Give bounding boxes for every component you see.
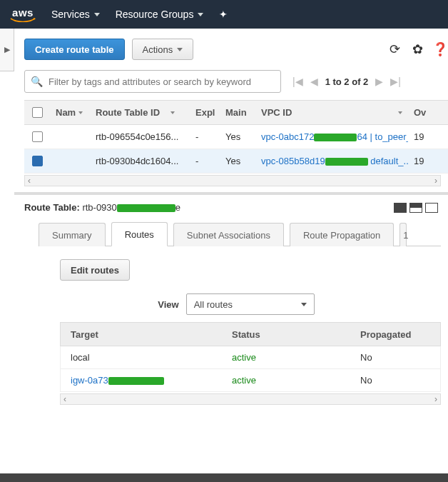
col-vpc-id[interactable]: VPC ID: [255, 107, 408, 118]
tab-route-propagation[interactable]: Route Propagation: [290, 223, 394, 246]
sort-icon: [78, 111, 83, 114]
routes-table: Target Status Propagated local active No…: [60, 322, 441, 392]
top-nav: aws Services Resource Groups ✦: [0, 0, 448, 29]
redacted-text: [108, 377, 164, 385]
pager-prev-icon[interactable]: ◀: [310, 76, 318, 87]
caret-down-icon: [301, 303, 307, 306]
pane-divider[interactable]: [14, 192, 448, 195]
edit-routes-button[interactable]: Edit routes: [60, 259, 130, 281]
caret-down-icon: [198, 13, 203, 16]
table-row[interactable]: rtb-0930b4dc1604... - Yes vpc-085b58d19 …: [24, 149, 448, 174]
sort-icon: [170, 111, 175, 114]
redacted-text: [314, 134, 357, 141]
pager-text: 1 to 2 of 2: [325, 76, 369, 87]
vpc-link[interactable]: vpc-0abc17264 | to_peer_: [261, 131, 408, 142]
cell-expl: -: [190, 131, 220, 142]
col-propagated[interactable]: Propagated: [360, 329, 440, 340]
routes-row: local active No: [60, 346, 441, 369]
cell-status: active: [232, 352, 360, 363]
scroll-left-icon[interactable]: ‹: [63, 394, 66, 404]
cell-vpc: vpc-085b58d19 default_...: [255, 156, 408, 166]
grid-header: Nam Route Table ID Expl Main VPC ID Ov: [24, 101, 448, 125]
horizontal-scrollbar[interactable]: ‹›: [24, 175, 441, 186]
redacted-text: [325, 158, 368, 166]
cell-propagated: No: [360, 375, 440, 386]
aws-logo-text: aws: [12, 7, 34, 18]
pager: |◀ ◀ 1 to 2 of 2 ▶ ▶|: [292, 76, 401, 87]
filter-search[interactable]: 🔍: [24, 70, 281, 93]
cell-owner: 19: [408, 156, 437, 166]
col-status[interactable]: Status: [232, 329, 360, 340]
detail-header: Route Table: rtb-0930e: [24, 199, 448, 216]
footer-bar: [0, 473, 448, 482]
cell-main: Yes: [220, 131, 255, 142]
vpc-link[interactable]: vpc-085b58d19 default_...: [261, 156, 408, 166]
cell-rtid: rtb-096554c0e156...: [90, 131, 190, 142]
col-main[interactable]: Main: [220, 107, 255, 118]
select-all-checkbox[interactable]: [32, 107, 43, 118]
actions-button[interactable]: Actions: [132, 39, 194, 60]
col-name[interactable]: Nam: [50, 107, 90, 118]
aws-logo[interactable]: aws: [10, 7, 36, 22]
cell-rtid: rtb-0930b4dc1604...: [90, 156, 190, 166]
routes-row: igw-0a73 active No: [60, 369, 441, 392]
refresh-icon[interactable]: ⟳: [387, 41, 402, 57]
action-bar: Create route table Actions ⟳ ✿ ❓: [24, 39, 448, 60]
layout-split-icon[interactable]: [409, 203, 422, 213]
gear-icon[interactable]: ✿: [409, 41, 425, 57]
igw-link[interactable]: igw-0a73: [71, 375, 164, 386]
chevron-right-icon: ▶: [4, 45, 10, 54]
aws-smile-icon: [10, 18, 36, 22]
col-route-table-id[interactable]: Route Table ID: [90, 107, 190, 118]
routes-pane: Edit routes View All routes Target Statu…: [24, 246, 448, 412]
caret-down-icon: [177, 48, 183, 51]
nav-services[interactable]: Services: [51, 9, 100, 20]
tab-summary[interactable]: Summary: [39, 223, 106, 246]
cell-target: igw-0a73: [61, 375, 232, 386]
layout-bottom-icon[interactable]: [425, 203, 438, 213]
tab-overflow[interactable]: 1: [399, 223, 407, 246]
scroll-right-icon[interactable]: ›: [434, 394, 437, 404]
create-route-table-button[interactable]: Create route table: [24, 39, 125, 60]
row-checkbox[interactable]: [32, 131, 43, 142]
search-icon: 🔍: [31, 76, 43, 87]
view-select-value: All routes: [194, 299, 233, 310]
main-panel: Create route table Actions ⟳ ✿ ❓ 🔍 |◀ ◀ …: [14, 29, 448, 412]
filter-input[interactable]: [47, 76, 275, 88]
scroll-left-icon[interactable]: ‹: [28, 176, 31, 186]
view-select[interactable]: All routes: [186, 293, 315, 315]
cell-owner: 19: [408, 131, 437, 142]
horizontal-scrollbar[interactable]: ‹›: [60, 393, 441, 405]
layout-full-icon[interactable]: [394, 203, 407, 213]
routes-header: Target Status Propagated: [60, 322, 441, 346]
view-label: View: [158, 299, 178, 310]
sort-icon: [398, 111, 402, 114]
tab-subnet-associations[interactable]: Subnet Associations: [173, 223, 284, 246]
col-owner[interactable]: Ov: [408, 107, 437, 118]
view-filter: View All routes: [60, 293, 441, 315]
nav-resource-groups-label: Resource Groups: [116, 9, 194, 20]
tab-routes[interactable]: Routes: [111, 222, 168, 246]
pager-first-icon[interactable]: |◀: [292, 76, 303, 87]
cell-main: Yes: [220, 156, 255, 166]
table-row[interactable]: rtb-096554c0e156... - Yes vpc-0abc17264 …: [24, 125, 448, 149]
pager-next-icon[interactable]: ▶: [375, 76, 383, 87]
detail-tabs: Summary Routes Subnet Associations Route…: [39, 221, 441, 246]
col-target[interactable]: Target: [61, 329, 232, 340]
detail-title: Route Table: rtb-0930e: [24, 202, 180, 213]
redacted-text: [117, 204, 175, 212]
nav-services-label: Services: [51, 9, 90, 20]
cell-expl: -: [190, 156, 220, 166]
cell-vpc: vpc-0abc17264 | to_peer_: [255, 131, 408, 142]
layout-toggles: [394, 203, 438, 213]
row-checkbox[interactable]: [32, 156, 43, 166]
nav-resource-groups[interactable]: Resource Groups: [116, 9, 204, 20]
pager-last-icon[interactable]: ▶|: [390, 76, 401, 87]
col-explicit[interactable]: Expl: [190, 107, 220, 118]
side-panel-toggle[interactable]: ▶: [0, 29, 14, 71]
pin-icon[interactable]: ✦: [219, 9, 228, 20]
route-tables-grid: Nam Route Table ID Expl Main VPC ID Ov r…: [24, 100, 448, 174]
scroll-right-icon[interactable]: ›: [434, 176, 437, 186]
help-icon[interactable]: ❓: [432, 41, 448, 57]
cell-target: local: [61, 352, 232, 363]
